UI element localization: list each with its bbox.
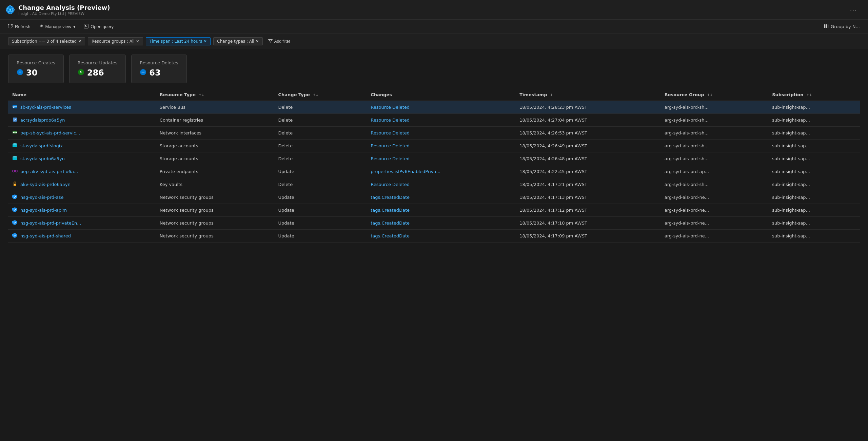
col-changes[interactable]: Changes <box>367 89 515 101</box>
resource-name-text[interactable]: nsg-syd-ais-prd-ase <box>20 195 63 200</box>
changes-link[interactable]: tags.CreatedDate <box>371 220 410 226</box>
change-type-cell: Delete <box>274 113 367 126</box>
changes-cell[interactable]: tags.CreatedDate <box>367 229 515 242</box>
changes-cell[interactable]: Resource Deleted <box>367 178 515 191</box>
subscription-cell: sub-insight-sap... <box>768 139 860 152</box>
table-row[interactable]: stasydaisprdfslogix Storage accountsDele… <box>8 139 860 152</box>
changes-cell[interactable]: Resource Deleted <box>367 101 515 113</box>
resource-name[interactable]: akv-syd-ais-prdo6a5yn <box>12 181 152 188</box>
changes-cell[interactable]: Resource Deleted <box>367 126 515 139</box>
time-span-filter[interactable]: Time span : Last 24 hours ✕ <box>146 37 211 45</box>
changes-link[interactable]: Resource Deleted <box>371 105 410 110</box>
resource-name-text[interactable]: stasydaisprdfslogix <box>20 143 63 148</box>
resource-group-cell: arg-syd-ais-prd-sh... <box>660 126 768 139</box>
resource-name[interactable]: nsg-syd-ais-prd-apim <box>12 207 152 213</box>
resource-name-text[interactable]: nsg-syd-ais-prd-privateEn... <box>20 220 81 226</box>
resource-name[interactable]: nsg-syd-ais-prd-ase <box>12 194 152 201</box>
col-resource-type[interactable]: Resource Type ↑↓ <box>156 89 274 101</box>
changes-link[interactable]: Resource Deleted <box>371 118 410 123</box>
table-row[interactable]: pep-sb-syd-ais-prd-servic... Network int… <box>8 126 860 139</box>
resource-type-icon <box>12 104 18 110</box>
resource-type-cell: Key vaults <box>156 178 274 191</box>
resource-updates-card[interactable]: Resource Updates ↻ 286 <box>69 55 126 83</box>
col-name[interactable]: Name <box>8 89 156 101</box>
changes-link[interactable]: Resource Deleted <box>371 130 410 135</box>
changes-link[interactable]: tags.CreatedDate <box>371 233 410 238</box>
time-span-filter-close-icon[interactable]: ✕ <box>203 39 207 44</box>
resource-groups-filter-close-icon[interactable]: ✕ <box>136 39 139 44</box>
col-timestamp-label: Timestamp <box>519 92 547 97</box>
resource-name[interactable]: pep-sb-syd-ais-prd-servic... <box>12 130 152 136</box>
timestamp-cell: 18/05/2024, 4:17:13 pm AWST <box>515 191 660 204</box>
timestamp-cell: 18/05/2024, 4:17:10 pm AWST <box>515 216 660 229</box>
resource-name-text[interactable]: nsg-syd-ais-prd-apim <box>20 208 67 213</box>
resource-name[interactable]: stasydaisprdo6a5yn <box>12 155 152 162</box>
change-types-filter-close-icon[interactable]: ✕ <box>256 39 259 44</box>
col-subscription[interactable]: Subscription ↑↓ <box>768 89 860 101</box>
changes-link[interactable]: properties.isIPv6EnabledPriva... <box>371 169 440 174</box>
table-row[interactable]: nsg-syd-ais-prd-apim Network security gr… <box>8 204 860 216</box>
resource-name[interactable]: nsg-syd-ais-prd-privateEn... <box>12 220 152 226</box>
table-row[interactable]: sb-syd-ais-prd-services Service BusDelet… <box>8 101 860 113</box>
changes-link[interactable]: Resource Deleted <box>371 156 410 161</box>
resource-creates-card[interactable]: Resource Creates + 30 <box>8 55 64 83</box>
table-row[interactable]: nsg-syd-ais-prd-privateEn... Network sec… <box>8 216 860 229</box>
resource-name-text[interactable]: pep-sb-syd-ais-prd-servic... <box>20 130 80 135</box>
resource-type-icon <box>12 168 18 175</box>
refresh-button[interactable]: Refresh <box>8 22 31 31</box>
changes-cell[interactable]: tags.CreatedDate <box>367 191 515 204</box>
svg-point-3 <box>9 9 11 11</box>
add-filter-button[interactable]: Add filter <box>265 37 293 45</box>
resource-name[interactable]: nsg-syd-ais-prd-shared <box>12 233 152 239</box>
changes-link[interactable]: tags.CreatedDate <box>371 195 410 200</box>
manage-view-button[interactable]: Manage view ▾ <box>39 22 76 31</box>
changes-cell[interactable]: tags.CreatedDate <box>367 216 515 229</box>
group-by-button[interactable]: Group by N... <box>824 24 860 29</box>
resource-groups-filter[interactable]: Resource groups : All ✕ <box>88 37 143 45</box>
resource-name-text[interactable]: pep-akv-syd-ais-prd-o6a... <box>20 169 78 174</box>
changes-cell[interactable]: Resource Deleted <box>367 152 515 165</box>
resource-name[interactable]: pep-akv-syd-ais-prd-o6a... <box>12 168 152 175</box>
subscription-cell: sub-insight-sap... <box>768 101 860 113</box>
table-row[interactable]: pep-akv-syd-ais-prd-o6a... Private endpo… <box>8 165 860 178</box>
resource-name[interactable]: acrsydaisprdo6a5yn <box>12 117 152 123</box>
svg-point-20 <box>15 107 15 108</box>
change-type-cell: Delete <box>274 126 367 139</box>
more-options-button[interactable]: ··· <box>847 6 860 14</box>
resource-type-icon <box>12 220 18 226</box>
resource-name-text[interactable]: nsg-syd-ais-prd-shared <box>20 233 71 238</box>
change-types-filter[interactable]: Change types : All ✕ <box>213 37 262 45</box>
table-row[interactable]: stasydaisprdo6a5yn Storage accountsDelet… <box>8 152 860 165</box>
resource-group-cell: arg-syd-ais-prd-ne... <box>660 229 768 242</box>
svg-text:+: + <box>18 70 22 75</box>
table-row[interactable]: acrsydaisprdo6a5yn Container registriesD… <box>8 113 860 126</box>
resource-name-text[interactable]: akv-syd-ais-prdo6a5yn <box>20 182 71 187</box>
changes-cell[interactable]: Resource Deleted <box>367 113 515 126</box>
col-timestamp-sort-icon: ↓ <box>550 93 553 97</box>
resource-name-text[interactable]: sb-syd-ais-prd-services <box>20 105 71 110</box>
resource-type-cell: Storage accounts <box>156 152 274 165</box>
resource-name[interactable]: sb-syd-ais-prd-services <box>12 104 152 110</box>
table-row[interactable]: nsg-syd-ais-prd-ase Network security gro… <box>8 191 860 204</box>
changes-cell[interactable]: properties.isIPv6EnabledPriva... <box>367 165 515 178</box>
open-query-button[interactable]: Open query <box>84 22 114 31</box>
changes-cell[interactable]: Resource Deleted <box>367 139 515 152</box>
subscription-filter-close-icon[interactable]: ✕ <box>78 39 81 44</box>
changes-link[interactable]: Resource Deleted <box>371 143 410 148</box>
change-type-cell: Delete <box>274 178 367 191</box>
col-change-type[interactable]: Change Type ↑↓ <box>274 89 367 101</box>
subscription-filter[interactable]: Subscription == 3 of 4 selected ✕ <box>8 37 85 45</box>
table-row[interactable]: akv-syd-ais-prdo6a5yn Key vaultsDeleteRe… <box>8 178 860 191</box>
resource-name-text[interactable]: acrsydaisprdo6a5yn <box>20 118 65 123</box>
col-resource-group[interactable]: Resource Group ↑↓ <box>660 89 768 101</box>
col-subscription-label: Subscription <box>772 92 803 97</box>
resource-name[interactable]: stasydaisprdfslogix <box>12 143 152 149</box>
changes-cell[interactable]: tags.CreatedDate <box>367 204 515 216</box>
col-timestamp[interactable]: Timestamp ↓ <box>515 89 660 101</box>
resource-deletes-card[interactable]: Resource Deletes − 63 <box>131 55 186 83</box>
table-row[interactable]: nsg-syd-ais-prd-shared Network security … <box>8 229 860 242</box>
changes-link[interactable]: tags.CreatedDate <box>371 208 410 213</box>
changes-link[interactable]: Resource Deleted <box>371 182 410 187</box>
refresh-label: Refresh <box>15 24 31 29</box>
resource-name-text[interactable]: stasydaisprdo6a5yn <box>20 156 65 161</box>
